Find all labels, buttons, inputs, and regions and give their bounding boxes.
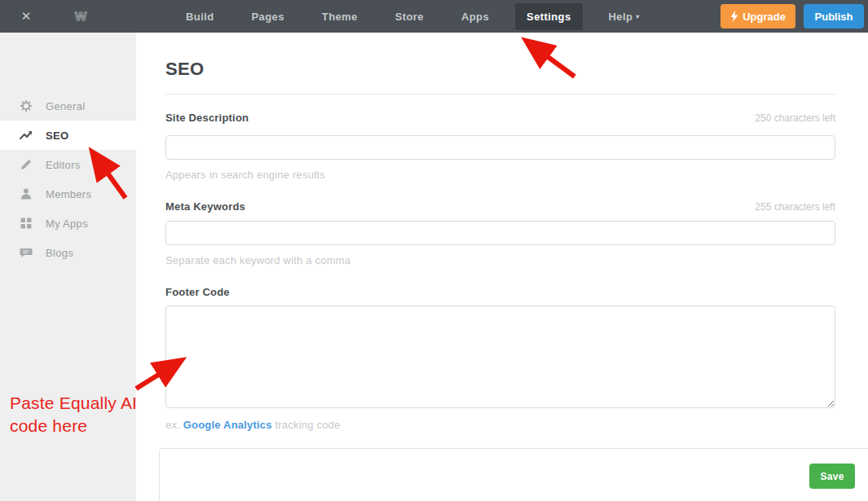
divider (165, 94, 835, 94)
upgrade-label: Upgrade (742, 11, 786, 23)
annotation-note-line2: code here (10, 415, 137, 437)
sidebar-item-general[interactable]: General (0, 91, 136, 121)
nav-item-theme[interactable]: Theme (311, 3, 369, 30)
sidebar-item-my-apps[interactable]: My Apps (0, 209, 136, 238)
svg-text:W: W (75, 9, 87, 23)
helper-prefix: ex. (165, 419, 183, 431)
page-title: SEO (165, 59, 204, 80)
chevron-down-icon: ▾ (636, 13, 639, 20)
meta-keywords-helper: Separate each keyword with a comma (165, 254, 350, 266)
chat-bubble-icon (20, 246, 33, 259)
save-bar: Save (159, 448, 868, 501)
nav-item-settings[interactable]: Settings (515, 3, 582, 30)
person-icon (20, 187, 33, 200)
site-description-helper: Appears in search engine results (165, 169, 325, 181)
sidebar-item-label: My Apps (46, 218, 88, 230)
footer-code-textarea[interactable] (165, 305, 835, 408)
site-description-counter: 250 characters left (165, 112, 835, 124)
nav-item-apps[interactable]: Apps (450, 3, 500, 30)
nav-item-help[interactable]: Help▾ (597, 3, 651, 30)
nav-item-pages[interactable]: Pages (240, 3, 296, 30)
sidebar-item-label: SEO (46, 130, 68, 142)
help-label: Help (609, 11, 633, 23)
sidebar-item-label: General (46, 100, 85, 112)
nav-item-build[interactable]: Build (174, 3, 226, 30)
footer-code-helper: ex. Google Analytics tracking code (165, 419, 340, 431)
footer-code-label: Footer Code (165, 286, 230, 298)
sidebar-item-seo[interactable]: SEO (0, 121, 136, 150)
helper-suffix: tracking code (272, 419, 341, 431)
grid-icon (20, 217, 33, 230)
sidebar-item-blogs[interactable]: Blogs (0, 238, 136, 267)
sidebar-item-editors[interactable]: Editors (0, 150, 136, 179)
google-analytics-link[interactable]: Google Analytics (183, 419, 272, 431)
main-nav: Build Pages Theme Store Apps Settings He… (167, 0, 659, 33)
nav-item-store[interactable]: Store (384, 3, 435, 30)
meta-keywords-counter: 255 characters left (165, 201, 835, 213)
sidebar-item-label: Members (46, 188, 91, 200)
upgrade-button[interactable]: Upgrade (720, 4, 795, 29)
gear-icon (20, 99, 33, 112)
annotation-note-line1: Paste Equally AI (10, 392, 137, 415)
pencil-icon (20, 158, 33, 171)
sidebar-item-members[interactable]: Members (0, 179, 136, 209)
publish-button[interactable]: Publish (804, 4, 864, 29)
meta-keywords-input[interactable] (165, 221, 835, 245)
sidebar-item-label: Blogs (46, 247, 73, 259)
site-description-input[interactable] (165, 135, 835, 160)
save-button[interactable]: Save (809, 464, 855, 489)
seo-settings-panel: SEO Site Description 250 characters left… (136, 33, 868, 501)
sidebar-item-label: Editors (46, 159, 81, 171)
weebly-logo-icon[interactable]: W (68, 0, 93, 33)
trend-up-icon (20, 129, 33, 142)
annotation-note: Paste Equally AI code here (10, 392, 137, 437)
lightning-bolt-icon (730, 11, 738, 22)
top-bar: ✕ W Build Pages Theme Store Apps Setting… (0, 0, 868, 33)
close-icon[interactable]: ✕ (15, 0, 37, 33)
